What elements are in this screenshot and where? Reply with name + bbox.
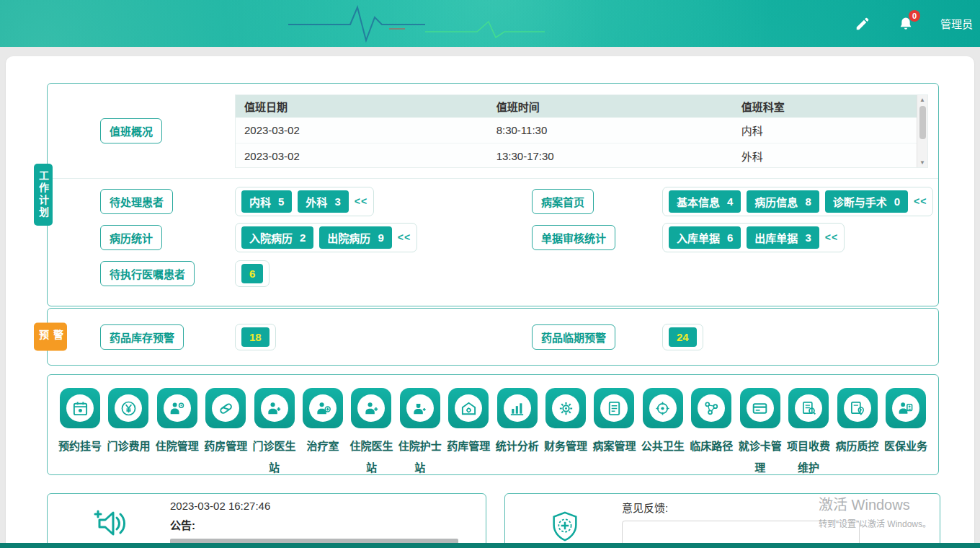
user-label[interactable]: 管理员	[940, 16, 973, 31]
badge-label: 入库单据	[677, 230, 720, 245]
app-tile[interactable]: 财务管理	[543, 388, 588, 475]
feedback-panel: 意见反馈:	[504, 493, 940, 548]
stat-badge[interactable]: 出院病历9	[319, 226, 391, 249]
stat-badge[interactable]: 18	[241, 327, 270, 347]
app-tile[interactable]: 门诊医生站	[252, 388, 297, 475]
alert-button[interactable]: 药品临期预警	[532, 324, 615, 350]
duty-table-cell: 内科	[733, 118, 917, 143]
expand-toggle[interactable]: <<	[355, 195, 368, 207]
yen-icon	[108, 388, 148, 428]
feedback-label: 意见反馈:	[622, 500, 860, 515]
badge-group: 基本信息4病历信息8诊断与手术0<<	[662, 187, 933, 216]
main-content: 工作计划 值班概况 值班日期值班时间值班科室 2023-03-028:30-11…	[6, 56, 974, 548]
badge-label: 出库单据	[754, 230, 798, 245]
stat-rows: 待处理患者内科5外科3<<病案首页基本信息4病历信息8诊断与手术0<<病历统计入…	[48, 179, 938, 291]
stat-badge[interactable]: 入库单据6	[669, 226, 741, 249]
app-label: 药房管理	[203, 436, 248, 457]
app-tile[interactable]: 住院管理	[155, 388, 200, 475]
stat-button-cell: 单据审核统计	[532, 225, 662, 250]
app-tile[interactable]: 预约挂号	[58, 388, 102, 475]
stat-button[interactable]: 单据审核统计	[532, 225, 615, 250]
app-tile[interactable]: 门诊费用	[106, 388, 151, 475]
chart-icon	[497, 388, 538, 428]
badge-label: 内科	[249, 194, 271, 209]
stat-badge[interactable]: 内科5	[241, 190, 292, 213]
edit-pencil-icon[interactable]	[854, 15, 871, 32]
expand-toggle[interactable]: <<	[914, 195, 927, 207]
stat-badge[interactable]: 病历信息8	[747, 190, 819, 213]
duty-table-cell: 2023-03-02	[236, 143, 488, 168]
app-icon-circle	[309, 394, 337, 422]
badge-value: 8	[805, 195, 811, 208]
stat-badge[interactable]: 出库单据3	[747, 226, 819, 249]
expand-toggle[interactable]: <<	[825, 231, 838, 243]
app-label: 统计分析	[495, 436, 540, 457]
stat-badge[interactable]: 诊断与手术0	[825, 190, 908, 213]
stat-button[interactable]: 病历统计	[100, 225, 162, 250]
stat-badge[interactable]: 入院病历2	[241, 226, 313, 249]
badge-group: 6	[235, 260, 270, 287]
pathway-icon	[691, 388, 731, 428]
app-tile[interactable]: 医保业务	[883, 388, 928, 475]
badge-value: 0	[894, 195, 900, 208]
app-tile[interactable]: 药库管理	[446, 388, 491, 475]
announcement-timestamp: 2023-03-02 16:27:46	[170, 500, 458, 512]
app-tile[interactable]: 病案管理	[592, 388, 636, 475]
duty-table-header: 值班日期	[236, 95, 488, 118]
app-label: 住院管理	[155, 436, 200, 457]
app-tile[interactable]: 病历质控	[835, 388, 880, 475]
badge-group: 内科5外科3<<	[235, 187, 374, 216]
card-icon	[740, 388, 780, 428]
stat-button[interactable]: 待执行医嘱患者	[100, 261, 195, 286]
app-tile[interactable]: 公共卫生	[641, 388, 685, 475]
badge-value: 5	[278, 195, 284, 208]
app-tile[interactable]: 住院护士站	[398, 388, 442, 475]
duty-table-cell: 13:30-17:30	[488, 143, 733, 168]
nurse-icon	[400, 388, 440, 428]
stat-badges-cell: 入院病历2出院病历9<<	[235, 223, 532, 252]
megaphone-icon	[91, 504, 130, 546]
scroll-up-icon[interactable]: ▲	[919, 95, 925, 105]
notification-badge: 0	[909, 10, 920, 22]
expand-toggle[interactable]: <<	[398, 231, 411, 243]
table-scrollbar[interactable]: ▲ ▼	[917, 95, 927, 167]
app-tile[interactable]: 住院医生站	[349, 388, 393, 475]
stat-badge[interactable]: 基本信息4	[669, 190, 741, 213]
fee-search-icon	[788, 388, 829, 428]
alert-side-label: 预警	[34, 323, 67, 351]
notification-bell-icon[interactable]: 0	[897, 15, 914, 32]
stat-button-cell: 病历统计	[100, 225, 235, 250]
badge-label: 外科	[306, 194, 327, 209]
duty-overview-button[interactable]: 值班概况	[100, 118, 162, 143]
app-tile[interactable]: 项目收费维护	[786, 388, 831, 475]
app-label: 门诊医生站	[252, 436, 297, 475]
duty-table-cell: 8:30-11:30	[488, 118, 733, 143]
badge-value: 3	[805, 231, 811, 244]
scroll-down-icon[interactable]: ▼	[919, 158, 925, 167]
warehouse-icon	[448, 388, 489, 428]
duty-table-row[interactable]: 2023-03-028:30-11:30内科	[236, 118, 917, 143]
app-tile[interactable]: 统计分析	[495, 388, 540, 475]
app-tile[interactable]: 就诊卡管理	[738, 388, 783, 475]
app-label: 病案管理	[592, 436, 636, 457]
stat-badges-cell: 入库单据6出库单据3<<	[662, 223, 938, 252]
app-tile[interactable]: 临床路径	[689, 388, 734, 475]
app-icon-circle	[357, 394, 385, 422]
badge-value: 3	[334, 195, 340, 208]
app-icon-circle	[600, 394, 628, 422]
app-label: 财务管理	[543, 436, 588, 457]
doctor-icon	[351, 388, 391, 428]
app-label: 预约挂号	[58, 436, 102, 457]
apps-panel: 预约挂号门诊费用住院管理药房管理门诊医生站治疗室住院医生站住院护士站药库管理统计…	[47, 374, 939, 475]
app-tile[interactable]: 药房管理	[203, 388, 248, 475]
scrollbar-thumb[interactable]	[919, 106, 926, 139]
app-tile[interactable]: 治疗室	[300, 388, 345, 475]
stat-badge[interactable]: 6	[241, 264, 263, 283]
alert-button[interactable]: 药品库存预警	[100, 324, 184, 350]
stat-badge[interactable]: 外科3	[298, 190, 348, 213]
stat-button[interactable]: 待处理患者	[100, 189, 173, 214]
duty-table-row[interactable]: 2023-03-0213:30-17:30外科	[236, 143, 917, 168]
stat-badge[interactable]: 24	[669, 327, 697, 347]
badge-label: 出院病历	[327, 230, 370, 245]
stat-button[interactable]: 病案首页	[532, 189, 594, 214]
